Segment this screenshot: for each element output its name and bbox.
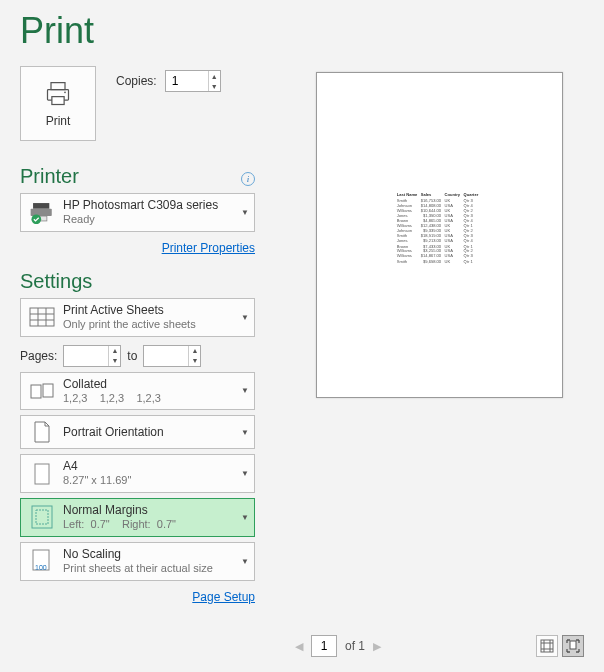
copies-input[interactable] xyxy=(166,71,208,91)
printer-info-icon[interactable]: i xyxy=(241,172,255,186)
print-button-label: Print xyxy=(46,114,71,128)
margins-icon xyxy=(31,505,53,529)
page-setup-link[interactable]: Page Setup xyxy=(192,590,255,604)
printer-icon xyxy=(43,80,73,108)
svg-rect-17 xyxy=(36,510,48,524)
printer-properties-link[interactable]: Printer Properties xyxy=(162,241,255,255)
svg-rect-8 xyxy=(30,308,54,326)
zoom-to-page-toggle[interactable] xyxy=(562,635,584,657)
chevron-down-icon: ▼ xyxy=(236,428,254,437)
pages-to-label: to xyxy=(127,349,137,363)
settings-heading: Settings xyxy=(20,270,92,293)
pager-input-box[interactable] xyxy=(311,635,337,657)
pages-label: Pages: xyxy=(20,349,57,363)
svg-rect-2 xyxy=(52,96,64,104)
pages-to-stepper[interactable]: ▲▼ xyxy=(143,345,201,367)
chevron-down-icon: ▼ xyxy=(236,513,254,522)
pages-to-input[interactable] xyxy=(144,346,188,366)
pager-next[interactable]: ▶ xyxy=(373,640,381,653)
svg-rect-4 xyxy=(33,203,49,209)
svg-rect-25 xyxy=(570,641,576,649)
printer-select[interactable]: HP Photosmart C309a series Ready ▼ xyxy=(20,193,255,232)
svg-rect-20 xyxy=(541,640,553,652)
pager-input[interactable] xyxy=(312,639,336,653)
svg-rect-0 xyxy=(51,82,65,89)
printer-status-text: Ready xyxy=(63,213,236,227)
chevron-down-icon: ▼ xyxy=(236,208,254,217)
svg-text:100: 100 xyxy=(35,564,47,571)
grid-icon xyxy=(29,307,55,327)
chevron-down-icon: ▼ xyxy=(236,557,254,566)
pager-total: of 1 xyxy=(345,639,365,653)
print-preview: Last NameSalesCountryQuarterSmith$16,753… xyxy=(295,66,584,628)
preview-content: Last NameSalesCountryQuarterSmith$16,753… xyxy=(395,193,480,264)
margins-toggle-icon xyxy=(540,639,554,653)
collation-select[interactable]: Collated 1,2,3 1,2,3 1,2,3 ▼ xyxy=(20,372,255,411)
svg-rect-15 xyxy=(35,464,49,484)
print-button[interactable]: Print xyxy=(20,66,96,141)
copies-down[interactable]: ▼ xyxy=(209,81,220,91)
svg-rect-13 xyxy=(31,385,41,398)
chevron-down-icon: ▼ xyxy=(236,313,254,322)
collated-icon xyxy=(29,381,55,401)
zoom-page-icon xyxy=(566,639,580,653)
preview-page: Last NameSalesCountryQuarterSmith$16,753… xyxy=(316,72,563,398)
svg-rect-16 xyxy=(32,506,52,528)
page-icon xyxy=(33,463,51,485)
svg-rect-14 xyxy=(43,384,53,397)
copies-label: Copies: xyxy=(116,74,157,88)
scaling-select[interactable]: 100 No Scaling Print sheets at their act… xyxy=(20,542,255,581)
printer-heading: Printer xyxy=(20,165,79,188)
copies-up[interactable]: ▲ xyxy=(209,71,220,81)
margins-select[interactable]: Normal Margins Left: 0.7" Right: 0.7" ▼ xyxy=(20,498,255,537)
chevron-down-icon: ▼ xyxy=(236,469,254,478)
page-title: Print xyxy=(20,10,584,52)
controls-column: Print Copies: ▲▼ Printer i xyxy=(20,66,255,664)
svg-point-3 xyxy=(64,91,66,93)
scaling-icon: 100 xyxy=(31,549,53,573)
paper-size-select[interactable]: A4 8.27" x 11.69" ▼ xyxy=(20,454,255,493)
printer-status-icon xyxy=(29,200,55,224)
portrait-page-icon xyxy=(33,421,51,443)
copies-stepper[interactable]: ▲▼ xyxy=(165,70,221,92)
show-margins-toggle[interactable] xyxy=(536,635,558,657)
pager-prev[interactable]: ◀ xyxy=(295,640,303,653)
printer-name: HP Photosmart C309a series xyxy=(63,198,236,213)
print-scope-select[interactable]: Print Active Sheets Only print the activ… xyxy=(20,298,255,337)
svg-rect-5 xyxy=(31,209,52,216)
pages-from-input[interactable] xyxy=(64,346,108,366)
orientation-select[interactable]: Portrait Orientation ▼ xyxy=(20,415,255,449)
pages-from-stepper[interactable]: ▲▼ xyxy=(63,345,121,367)
chevron-down-icon: ▼ xyxy=(236,386,254,395)
